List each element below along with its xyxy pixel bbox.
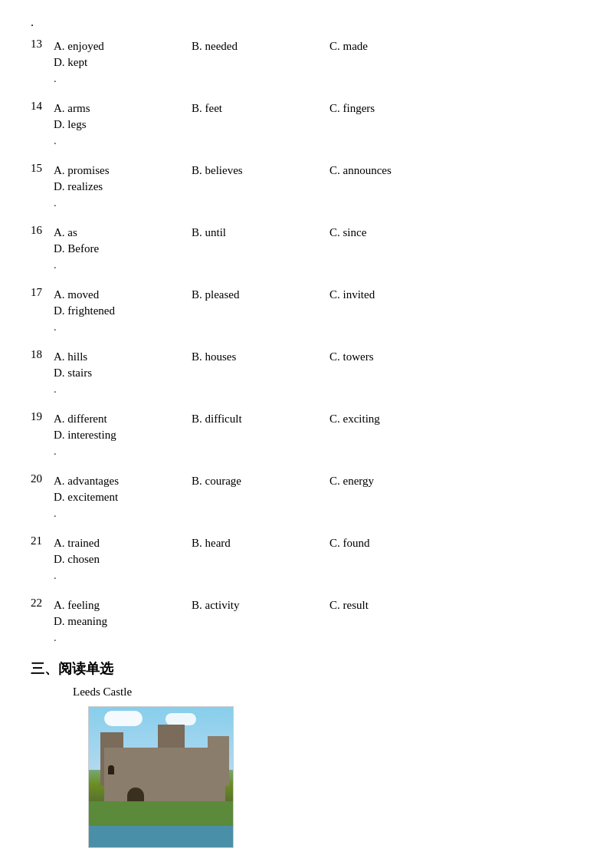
options-row-18: A. hillsB. housesC. towersD. stairs <box>54 349 582 381</box>
question-dot-15: . <box>54 196 582 209</box>
option-21-4[interactable]: D. chosen <box>54 551 192 567</box>
question-dot-16: . <box>54 258 582 271</box>
question-dot-19: . <box>54 445 582 458</box>
question-number-14: 14 <box>31 99 54 113</box>
option-22-1[interactable]: A. feeling <box>54 597 192 613</box>
top-dot: . <box>31 15 582 29</box>
option-20-1[interactable]: A. advantages <box>54 473 192 489</box>
question-dot-17: . <box>54 321 582 334</box>
option-14-3[interactable]: C. fingers <box>329 100 467 117</box>
option-18-3[interactable]: C. towers <box>329 349 467 365</box>
option-15-2[interactable]: B. believes <box>192 163 329 179</box>
question-number-17: 17 <box>31 285 54 299</box>
option-14-1[interactable]: A. arms <box>54 100 192 117</box>
reading-title: Leeds Castle <box>73 686 582 699</box>
option-21-3[interactable]: C. found <box>329 535 467 551</box>
option-17-1[interactable]: A. moved <box>54 287 192 303</box>
option-15-4[interactable]: D. realizes <box>54 179 192 195</box>
option-17-4[interactable]: D. frightened <box>54 303 192 319</box>
option-19-3[interactable]: C. exciting <box>329 411 467 427</box>
question-number-13: 13 <box>31 37 54 51</box>
question-16: 16A. asB. untilC. sinceD. Before. <box>31 223 582 271</box>
question-dot-18: . <box>54 383 582 396</box>
option-19-1[interactable]: A. different <box>54 411 192 427</box>
option-22-4[interactable]: D. meaning <box>54 613 192 630</box>
options-row-19: A. differentB. difficultC. excitingD. in… <box>54 411 582 443</box>
option-13-3[interactable]: C. made <box>329 38 467 54</box>
question-dot-20: . <box>54 507 582 520</box>
option-16-2[interactable]: B. until <box>192 225 329 241</box>
option-22-3[interactable]: C. result <box>329 597 467 613</box>
option-18-4[interactable]: D. stairs <box>54 365 192 381</box>
castle-image-container <box>88 706 582 848</box>
option-15-3[interactable]: C. announces <box>329 163 467 179</box>
question-number-21: 21 <box>31 534 54 547</box>
question-17: 17A. movedB. pleasedC. invitedD. frighte… <box>31 285 582 334</box>
options-row-22: A. feelingB. activityC. resultD. meaning <box>54 597 582 630</box>
question-number-19: 19 <box>31 409 54 423</box>
option-14-4[interactable]: D. legs <box>54 117 192 133</box>
question-18: 18A. hillsB. housesC. towersD. stairs. <box>31 347 582 396</box>
option-15-1[interactable]: A. promises <box>54 163 192 179</box>
question-dot-22: . <box>54 631 582 644</box>
option-16-1[interactable]: A. as <box>54 225 192 241</box>
question-22: 22A. feelingB. activityC. resultD. meani… <box>31 596 582 644</box>
question-15: 15A. promisesB. believesC. announcesD. r… <box>31 161 582 209</box>
question-20: 20A. advantagesB. courageC. energyD. exc… <box>31 472 582 520</box>
question-number-22: 22 <box>31 596 54 610</box>
question-13: 13A. enjoyedB. neededC. madeD. kept. <box>31 37 582 85</box>
section-title: 三、阅读单选 <box>31 659 582 678</box>
options-row-15: A. promisesB. believesC. announcesD. rea… <box>54 163 582 195</box>
question-14: 14A. armsB. feetC. fingersD. legs. <box>31 99 582 147</box>
options-row-17: A. movedB. pleasedC. invitedD. frightene… <box>54 287 582 319</box>
option-16-3[interactable]: C. since <box>329 225 467 241</box>
option-22-2[interactable]: B. activity <box>192 597 329 613</box>
castle-image <box>88 706 234 848</box>
option-18-1[interactable]: A. hills <box>54 349 192 365</box>
option-20-2[interactable]: B. courage <box>192 473 329 489</box>
option-17-2[interactable]: B. pleased <box>192 287 329 303</box>
option-13-2[interactable]: B. needed <box>192 38 329 54</box>
option-14-2[interactable]: B. feet <box>192 100 329 117</box>
question-21: 21A. trainedB. heardC. foundD. chosen. <box>31 534 582 582</box>
option-17-3[interactable]: C. invited <box>329 287 467 303</box>
question-number-20: 20 <box>31 472 54 485</box>
question-number-16: 16 <box>31 223 54 237</box>
question-19: 19A. differentB. difficultC. excitingD. … <box>31 409 582 458</box>
options-row-14: A. armsB. feetC. fingersD. legs <box>54 100 582 133</box>
question-dot-13: . <box>54 72 582 85</box>
option-13-4[interactable]: D. kept <box>54 54 192 71</box>
options-row-20: A. advantagesB. courageC. energyD. excit… <box>54 473 582 505</box>
question-dot-21: . <box>54 569 582 582</box>
question-number-15: 15 <box>31 161 54 175</box>
option-18-2[interactable]: B. houses <box>192 349 329 365</box>
question-dot-14: . <box>54 134 582 147</box>
option-13-1[interactable]: A. enjoyed <box>54 38 192 54</box>
options-row-16: A. asB. untilC. sinceD. Before <box>54 225 582 257</box>
option-16-4[interactable]: D. Before <box>54 241 192 257</box>
option-20-3[interactable]: C. energy <box>329 473 467 489</box>
option-19-4[interactable]: D. interesting <box>54 427 192 443</box>
option-21-1[interactable]: A. trained <box>54 535 192 551</box>
question-number-18: 18 <box>31 347 54 361</box>
option-19-2[interactable]: B. difficult <box>192 411 329 427</box>
options-row-21: A. trainedB. heardC. foundD. chosen <box>54 535 582 567</box>
option-21-2[interactable]: B. heard <box>192 535 329 551</box>
option-20-4[interactable]: D. excitement <box>54 489 192 505</box>
options-row-13: A. enjoyedB. neededC. madeD. kept <box>54 38 582 71</box>
